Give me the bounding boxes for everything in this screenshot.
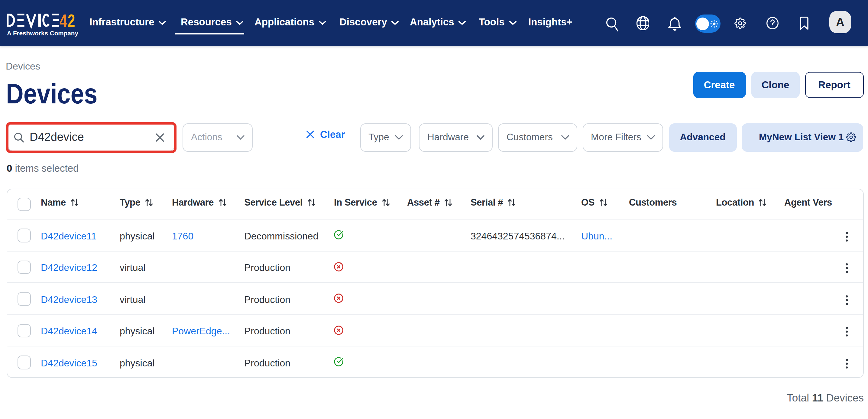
svg-text:A Freshworks Company: A Freshworks Company: [7, 30, 78, 37]
svg-text:4: 4: [60, 13, 67, 31]
svg-text:2: 2: [68, 13, 75, 31]
